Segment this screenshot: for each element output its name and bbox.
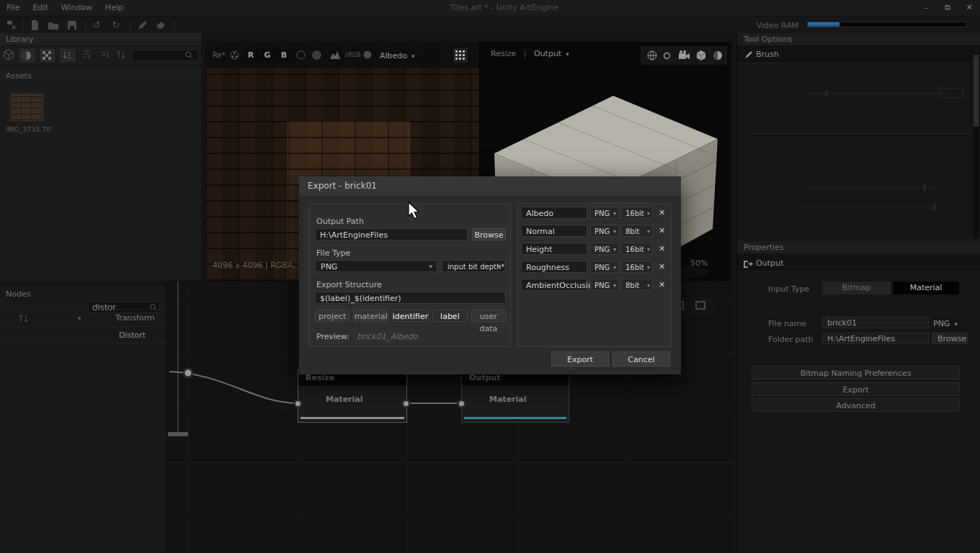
map-name-field[interactable]: AmbientOcclusion <box>521 279 587 291</box>
file-type-dropdown[interactable]: PNG <box>315 260 437 272</box>
menu-item[interactable]: Window <box>55 0 99 15</box>
map-depth-dropdown[interactable]: 8bit <box>621 279 653 291</box>
map-depth-dropdown[interactable]: 16bit <box>621 207 653 219</box>
light-icon[interactable] <box>663 52 671 60</box>
channel-button[interactable]: R <box>243 48 259 63</box>
dialog-export-button[interactable]: Export <box>551 351 609 367</box>
minimize-icon[interactable]: – <box>915 0 937 16</box>
sort-az-icon[interactable] <box>61 49 75 62</box>
remove-map-icon[interactable]: ✕ <box>656 261 668 273</box>
node-port-label: Material <box>326 395 406 404</box>
bitmap-naming-preferences-button[interactable]: Bitmap Naming Preferences <box>752 366 960 379</box>
node-item-distort[interactable]: Distort <box>0 326 166 343</box>
remove-map-icon[interactable]: ✕ <box>656 207 668 219</box>
chevron-down-icon[interactable]: ▾ <box>78 310 81 327</box>
color-wheel-icon[interactable] <box>229 50 240 60</box>
histogram-icon[interactable] <box>329 50 341 60</box>
srgb-toggle[interactable]: sRGB <box>345 52 360 58</box>
window-title: Tiles.art * - Unity ArtEngine <box>404 3 605 12</box>
restore-icon[interactable]: ⧉ <box>937 0 958 16</box>
cube-filter-icon[interactable] <box>3 49 17 62</box>
token-button[interactable]: material <box>353 310 388 322</box>
save-icon[interactable] <box>66 19 78 31</box>
map-depth-dropdown[interactable]: 8bit <box>621 225 653 237</box>
brush-tool-icon[interactable] <box>135 19 147 31</box>
token-button[interactable]: user data <box>471 310 506 322</box>
environment-icon[interactable] <box>646 50 658 61</box>
file-format-dropdown[interactable]: PNG <box>933 319 958 328</box>
dialog-cancel-button[interactable]: Cancel <box>612 351 670 367</box>
breadcrumb[interactable]: Resize | Output <box>491 49 569 58</box>
output-port[interactable] <box>401 399 411 408</box>
remove-map-icon[interactable]: ✕ <box>656 279 668 291</box>
output-section-header[interactable]: Output <box>737 255 980 272</box>
alpha-on-icon[interactable] <box>311 50 322 60</box>
breadcrumb-output-dropdown[interactable]: Output <box>534 49 569 58</box>
channel-button[interactable]: G <box>259 48 275 63</box>
menu-item[interactable]: Edit <box>26 0 54 15</box>
token-button[interactable]: identifier <box>392 310 429 322</box>
menu-item[interactable]: Help <box>99 0 130 15</box>
node-group-transform[interactable]: ▾ Transform <box>0 309 166 326</box>
map-format-dropdown[interactable]: PNG <box>590 279 619 291</box>
transform-tool-icon[interactable] <box>6 19 17 31</box>
sort-direction-icon[interactable] <box>115 49 130 62</box>
map-name-field[interactable]: Normal <box>521 225 587 237</box>
input-port[interactable] <box>293 399 303 408</box>
token-button[interactable]: project <box>315 310 349 322</box>
map-name-field[interactable]: Height <box>521 243 587 255</box>
camera-icon[interactable] <box>678 50 690 60</box>
sort-date-icon[interactable] <box>99 49 114 62</box>
cube-view-icon[interactable] <box>695 50 707 61</box>
breadcrumb-node[interactable]: Resize <box>491 49 516 58</box>
node-resize[interactable]: Resize Material <box>298 369 407 423</box>
remove-map-icon[interactable]: ✕ <box>656 225 668 237</box>
tiling-grid-icon[interactable] <box>453 48 468 63</box>
token-button[interactable]: label <box>432 310 467 322</box>
asset-thumbnail[interactable] <box>10 94 43 121</box>
remove-map-icon[interactable]: ✕ <box>656 243 668 255</box>
input-type-material-button[interactable]: Material <box>893 282 959 295</box>
checker-filter-icon[interactable] <box>40 49 55 62</box>
scrollbar[interactable] <box>974 55 979 238</box>
map-format-dropdown[interactable]: PNG <box>590 225 619 237</box>
eraser-tool-icon[interactable] <box>155 19 166 31</box>
input-type-bitmap-button[interactable]: Bitmap <box>822 282 891 295</box>
minimap-icon[interactable] <box>695 301 705 310</box>
file-name-input[interactable]: brick01 <box>822 317 929 328</box>
close-icon[interactable]: ✕ <box>958 0 980 16</box>
folder-path-label: Folder path <box>768 335 814 344</box>
map-format-dropdown[interactable]: PNG <box>590 261 619 273</box>
sort-size-icon[interactable] <box>81 49 95 62</box>
browse-button[interactable]: Browse <box>472 228 506 240</box>
structure-input[interactable]: $(label)_$(identifier) <box>315 292 506 304</box>
gamma-icon[interactable] <box>362 50 373 60</box>
redo-icon[interactable]: ↻ <box>110 19 122 31</box>
map-selector-dropdown[interactable]: Albedo <box>380 51 415 60</box>
scrollbar-thumb[interactable] <box>974 55 979 127</box>
input-port[interactable] <box>457 399 466 408</box>
map-name-field[interactable]: Albedo <box>521 207 587 219</box>
list-view-icon[interactable] <box>19 313 29 323</box>
new-file-icon[interactable] <box>29 19 40 31</box>
export-button[interactable]: Export <box>752 382 960 396</box>
menu-item[interactable]: File <box>0 0 26 15</box>
advanced-button[interactable]: Advanced <box>752 398 960 412</box>
map-depth-dropdown[interactable]: 16bit <box>621 261 653 273</box>
node-output[interactable]: Output Material <box>461 369 569 423</box>
folder-path-input[interactable]: H:\ArtEngineFiles <box>822 333 929 344</box>
channel-button[interactable]: B <box>276 48 292 63</box>
map-depth-dropdown[interactable]: 16bit <box>621 243 653 255</box>
map-format-dropdown[interactable]: PNG <box>590 207 619 219</box>
alpha-off-icon[interactable] <box>295 50 306 60</box>
open-folder-icon[interactable] <box>48 19 59 31</box>
browse-button[interactable]: Browse <box>932 333 968 344</box>
sphere-view-icon[interactable] <box>712 50 723 61</box>
sphere-filter-icon[interactable] <box>20 49 35 62</box>
bit-depth-dropdown[interactable]: input bit depth* <box>442 260 506 272</box>
map-name-field[interactable]: Roughness <box>521 261 587 273</box>
map-format-dropdown[interactable]: PNG <box>590 243 619 255</box>
undo-icon[interactable]: ↺ <box>91 19 102 31</box>
brush-section-header[interactable]: Brush <box>737 46 980 63</box>
output-path-input[interactable]: H:\ArtEngineFiles <box>315 228 468 240</box>
